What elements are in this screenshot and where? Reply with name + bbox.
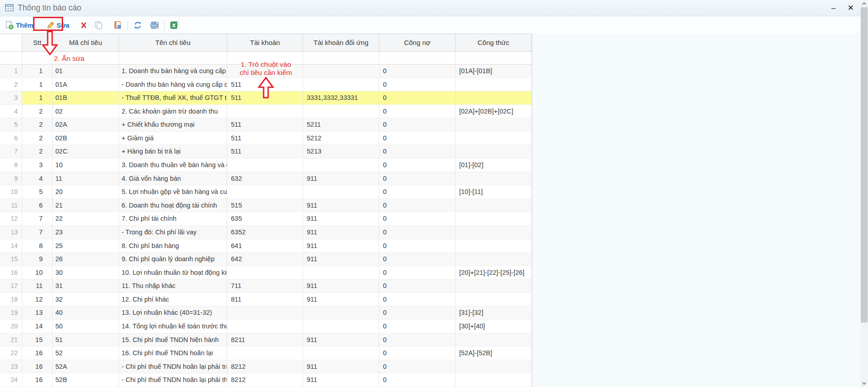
cell-tai-khoan-doi-ung[interactable]: [303, 105, 379, 118]
cell-tai-khoan[interactable]: [227, 185, 303, 198]
cell-stt[interactable]: 3: [22, 159, 53, 172]
cell-stt[interactable]: 7: [22, 212, 53, 225]
cell-cong-thuc[interactable]: [456, 360, 532, 373]
cell-ma-chi-tieu[interactable]: 52B: [53, 373, 119, 387]
cell-cong-no[interactable]: 0: [379, 145, 456, 158]
cell-cong-no[interactable]: 0: [379, 373, 456, 387]
cell-ma-chi-tieu[interactable]: 02C: [53, 145, 119, 158]
table-row[interactable]: 4 2 02 2. Các khoản giảm trừ doanh thu 0…: [0, 105, 532, 119]
cell-tai-khoan-doi-ung[interactable]: [303, 347, 379, 360]
refresh-icon[interactable]: [133, 21, 142, 30]
filter-cell[interactable]: [379, 52, 456, 64]
cell-tai-khoan[interactable]: 711: [227, 279, 303, 293]
cell-tai-khoan-doi-ung[interactable]: [303, 306, 379, 319]
cell-stt[interactable]: 2: [22, 132, 53, 145]
cell-stt[interactable]: 12: [22, 293, 53, 306]
cell-tai-khoan[interactable]: [227, 306, 303, 319]
cell-ten-chi-tieu[interactable]: 12. Chi phí khác: [119, 293, 227, 306]
cell-cong-thuc[interactable]: [456, 118, 532, 131]
scrollbar-thumb[interactable]: [861, 7, 868, 322]
cell-cong-no[interactable]: 0: [379, 105, 456, 118]
cell-cong-thuc[interactable]: [30]+[40]: [456, 320, 532, 333]
cell-ten-chi-tieu[interactable]: + Chiết khấu thương mại: [119, 118, 227, 131]
cell-ma-chi-tieu[interactable]: 01A: [53, 78, 119, 91]
cell-ten-chi-tieu[interactable]: 14. Tổng lợi nhuận kế toán trước thuế (5…: [119, 320, 227, 333]
table-row[interactable]: 6 2 02B + Giảm giá 511 5212 0: [0, 132, 532, 145]
cell-ten-chi-tieu[interactable]: - Thuế TTĐB, thuế XK, thuế GTGT tr/t phả…: [119, 91, 227, 104]
column-header-cong-thuc[interactable]: Công thức: [456, 34, 532, 51]
cell-tai-khoan-doi-ung[interactable]: [303, 78, 379, 91]
scroll-up-button[interactable]: [860, 0, 868, 7]
cell-stt[interactable]: 9: [22, 253, 53, 266]
cell-cong-no[interactable]: 0: [379, 199, 456, 212]
cell-tai-khoan-doi-ung[interactable]: 3331,3332,33331: [303, 91, 379, 104]
cell-ma-chi-tieu[interactable]: 31: [53, 279, 119, 293]
cell-ma-chi-tieu[interactable]: 51: [53, 333, 119, 347]
cell-ten-chi-tieu[interactable]: + Hàng bán bị trả lại: [119, 145, 227, 158]
cell-cong-no[interactable]: 0: [379, 91, 456, 104]
cell-cong-no[interactable]: 0: [379, 172, 456, 185]
cell-ma-chi-tieu[interactable]: 30: [53, 266, 119, 279]
cell-cong-thuc[interactable]: [456, 212, 532, 225]
cell-stt[interactable]: 10: [22, 266, 53, 279]
cell-stt[interactable]: 6: [22, 199, 53, 212]
column-header-tai-khoan[interactable]: Tài khoản: [227, 34, 303, 51]
cell-tai-khoan-doi-ung[interactable]: [303, 266, 379, 279]
cell-stt[interactable]: 11: [22, 279, 53, 293]
cell-ma-chi-tieu[interactable]: 01: [53, 64, 119, 78]
cell-stt[interactable]: 5: [22, 185, 53, 198]
cell-tai-khoan[interactable]: 811: [227, 293, 303, 306]
cell-tai-khoan[interactable]: 635: [227, 212, 303, 225]
cell-cong-thuc[interactable]: [456, 239, 532, 253]
cell-stt[interactable]: 2: [22, 105, 53, 118]
cell-tai-khoan[interactable]: 6352: [227, 226, 303, 239]
cell-ma-chi-tieu[interactable]: 02: [53, 105, 119, 118]
cell-ma-chi-tieu[interactable]: 52: [53, 347, 119, 360]
cell-stt[interactable]: 7: [22, 226, 53, 239]
table-row[interactable]: 14 8 25 8. Chi phí bán hàng 641 911 0: [0, 239, 532, 253]
cell-stt[interactable]: 16: [22, 347, 53, 360]
cell-ten-chi-tieu[interactable]: 9. Chi phí quản lý doanh nghiệp: [119, 253, 227, 266]
delete-icon[interactable]: [79, 21, 88, 30]
cell-cong-thuc[interactable]: [456, 333, 532, 347]
cell-cong-thuc[interactable]: [10]-[11]: [456, 185, 532, 198]
excel-export-icon[interactable]: X: [170, 21, 179, 30]
cell-cong-no[interactable]: 0: [379, 226, 456, 239]
cell-stt[interactable]: 14: [22, 320, 53, 333]
column-header-tai-khoan-doi-ung[interactable]: Tài khoản đối ứng: [303, 34, 379, 51]
cell-cong-thuc[interactable]: [456, 293, 532, 306]
cell-tai-khoan-doi-ung[interactable]: 911: [303, 226, 379, 239]
cell-cong-no[interactable]: 0: [379, 185, 456, 198]
cell-ten-chi-tieu[interactable]: 8. Chi phí bán hàng: [119, 239, 227, 253]
cell-tai-khoan-doi-ung[interactable]: 911: [303, 172, 379, 185]
add-button[interactable]: Thêm: [4, 20, 35, 31]
cell-cong-thuc[interactable]: [20]+[21]-[22]-[25]-[26]: [456, 266, 532, 279]
cell-cong-thuc[interactable]: [456, 91, 532, 104]
cell-tai-khoan-doi-ung[interactable]: 911: [303, 279, 379, 293]
cell-cong-thuc[interactable]: [456, 132, 532, 145]
cell-cong-thuc[interactable]: [456, 279, 532, 293]
cell-ma-chi-tieu[interactable]: 32: [53, 293, 119, 306]
cell-ten-chi-tieu[interactable]: 6. Doanh thu hoạt động tài chính: [119, 199, 227, 212]
cell-tai-khoan-doi-ung[interactable]: 911: [303, 212, 379, 225]
cell-tai-khoan[interactable]: 641: [227, 239, 303, 253]
cell-cong-no[interactable]: 0: [379, 279, 456, 293]
table-row[interactable]: 17 11 31 11. Thu nhập khác 711 911 0: [0, 279, 532, 293]
cell-cong-thuc[interactable]: [456, 226, 532, 239]
table-row[interactable]: 18 12 32 12. Chi phí khác 811 911 0: [0, 293, 532, 307]
cell-ma-chi-tieu[interactable]: 21: [53, 199, 119, 212]
cell-cong-no[interactable]: 0: [379, 306, 456, 319]
cell-cong-thuc[interactable]: [31]-[32]: [456, 306, 532, 319]
cell-tai-khoan-doi-ung[interactable]: 911: [303, 239, 379, 253]
close-button[interactable]: ✕: [848, 0, 854, 16]
cell-ten-chi-tieu[interactable]: 11. Thu nhập khác: [119, 279, 227, 293]
cell-tai-khoan-doi-ung[interactable]: 911: [303, 199, 379, 212]
cell-ten-chi-tieu[interactable]: - Chi phí thuế TNDN hoãn lại phải trả: [119, 360, 227, 373]
cell-ten-chi-tieu[interactable]: - Trong đó: Chi phí lãi vay: [119, 226, 227, 239]
table-row[interactable]: 10 5 20 5. Lợi nhuận gộp về bán hàng và …: [0, 185, 532, 199]
cell-cong-thuc[interactable]: [456, 373, 532, 387]
cell-ten-chi-tieu[interactable]: 7. Chi phí tài chính: [119, 212, 227, 225]
table-row[interactable]: 16 10 30 10. Lợi nhuận thuần từ hoạt độn…: [0, 266, 532, 280]
cell-tai-khoan[interactable]: 632: [227, 172, 303, 185]
cell-ma-chi-tieu[interactable]: 23: [53, 226, 119, 239]
